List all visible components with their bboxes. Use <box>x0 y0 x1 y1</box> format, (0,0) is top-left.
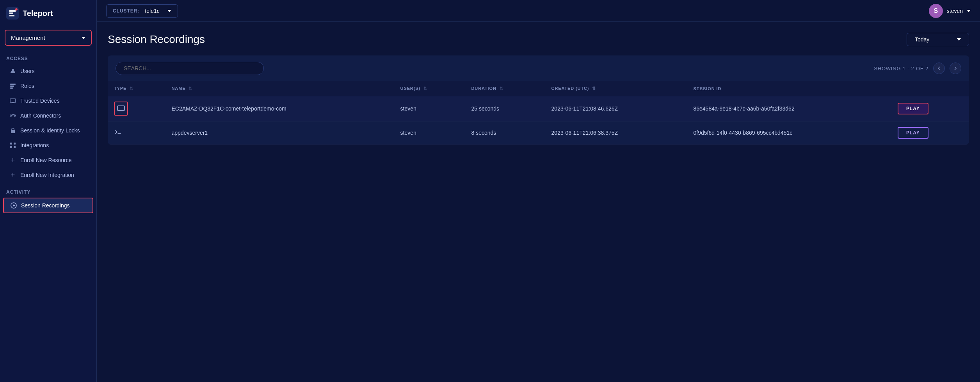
roles-icon <box>9 82 16 89</box>
svg-point-8 <box>10 115 12 116</box>
svg-marker-16 <box>13 204 15 207</box>
pagination-text: SHOWING 1 - 2 OF 2 <box>874 66 928 71</box>
page-title: Session Recordings <box>108 33 205 46</box>
col-users[interactable]: USER(S) ⇅ <box>394 81 465 96</box>
col-users-sort-icon: ⇅ <box>423 86 427 91</box>
main-area: CLUSTER: tele1c S steven Session Recordi… <box>97 0 980 382</box>
sidebar-item-session-identity-locks-label: Session & Identity Locks <box>20 127 80 134</box>
svg-rect-10 <box>11 130 15 133</box>
date-filter[interactable]: Today <box>907 33 969 46</box>
sidebar-item-users[interactable]: Users <box>3 64 93 78</box>
app-logo: Teleport <box>0 0 96 27</box>
next-page-icon <box>953 66 958 71</box>
col-created[interactable]: CREATED (UTC) ⇅ <box>545 81 687 96</box>
sidebar-item-session-recordings-label: Session Recordings <box>21 202 70 209</box>
cluster-label: CLUSTER: <box>113 8 139 14</box>
enroll-integration-icon: + <box>9 171 16 179</box>
search-input[interactable] <box>116 62 264 75</box>
cluster-selector[interactable]: CLUSTER: tele1c <box>106 4 178 18</box>
row2-type-icon <box>114 129 159 137</box>
sidebar-item-session-identity-locks[interactable]: Session & Identity Locks <box>3 123 93 137</box>
svg-rect-4 <box>10 86 14 87</box>
row1-name: EC2AMAZ-DQ32F1C-comet-teleportdemo-com <box>165 96 394 121</box>
page-header: Session Recordings Today <box>108 33 969 46</box>
col-actions <box>891 81 969 96</box>
row1-type-icon <box>114 102 128 116</box>
col-duration[interactable]: DURATION ⇅ <box>465 81 545 96</box>
sidebar-item-integrations-label: Integrations <box>20 142 49 148</box>
table-row: EC2AMAZ-DQ32F1C-comet-teleportdemo-com s… <box>108 96 969 121</box>
row2-users: steven <box>394 121 465 145</box>
row2-actions: PLAY <box>891 121 969 145</box>
sidebar-item-enroll-resource[interactable]: + Enroll New Resource <box>3 153 93 167</box>
row2-duration: 8 seconds <box>465 121 545 145</box>
sidebar-item-enroll-resource-label: Enroll New Resource <box>20 157 72 163</box>
pagination-info: SHOWING 1 - 2 OF 2 <box>874 62 961 74</box>
user-area[interactable]: S steven <box>929 4 971 18</box>
svg-rect-17 <box>117 106 125 111</box>
teleport-logo-icon <box>6 7 19 20</box>
col-duration-sort-icon: ⇅ <box>500 86 503 91</box>
avatar: S <box>929 4 943 18</box>
col-name[interactable]: NAME ⇅ <box>165 81 394 96</box>
row1-duration: 25 seconds <box>465 96 545 121</box>
desktop-icon <box>117 105 125 112</box>
row2-type-cell <box>108 121 165 145</box>
row1-created: 2023-06-11T21:08:46.626Z <box>545 96 687 121</box>
row1-type-cell <box>108 96 165 121</box>
svg-rect-11 <box>10 143 12 145</box>
svg-point-1 <box>15 8 18 11</box>
activity-section-label: Activity <box>0 182 96 197</box>
terminal-icon <box>114 129 122 135</box>
svg-rect-3 <box>10 84 16 85</box>
sidebar: Teleport Management Access Users Roles T… <box>0 0 97 382</box>
sidebar-item-trusted-devices[interactable]: Trusted Devices <box>3 94 93 108</box>
row2-session-id: 0f9d5f6d-14f0-4430-b869-695cc4bd451c <box>687 121 891 145</box>
management-label: Management <box>11 34 45 41</box>
row1-play-button[interactable]: PLAY <box>898 103 928 114</box>
sidebar-item-auth-connectors[interactable]: Auth Connectors <box>3 109 93 123</box>
sidebar-item-enroll-integration[interactable]: + Enroll New Integration <box>3 168 93 182</box>
recordings-table: TYPE ⇅ NAME ⇅ USER(S) ⇅ DURATION <box>108 81 969 145</box>
topbar: CLUSTER: tele1c S steven <box>97 0 980 22</box>
sidebar-item-auth-connectors-label: Auth Connectors <box>20 112 61 119</box>
svg-point-9 <box>14 115 16 116</box>
session-recordings-icon <box>10 202 17 209</box>
management-dropdown[interactable]: Management <box>5 30 92 46</box>
user-chevron-icon <box>967 10 971 12</box>
sidebar-item-session-recordings[interactable]: Session Recordings <box>3 198 93 213</box>
col-created-sort-icon: ⇅ <box>592 86 596 91</box>
col-type[interactable]: TYPE ⇅ <box>108 81 165 96</box>
access-section-label: Access <box>0 49 96 64</box>
svg-rect-13 <box>10 146 12 148</box>
auth-connectors-icon <box>9 112 16 119</box>
col-session-id: SESSION ID <box>687 81 891 96</box>
sidebar-item-integrations[interactable]: Integrations <box>3 138 93 152</box>
prev-page-icon <box>937 66 941 71</box>
users-icon <box>9 68 16 75</box>
row2-created: 2023-06-11T21:06:38.375Z <box>545 121 687 145</box>
prev-page-button[interactable] <box>933 62 945 74</box>
svg-rect-6 <box>10 99 16 102</box>
management-chevron-icon <box>82 37 85 39</box>
next-page-button[interactable] <box>950 62 961 74</box>
svg-rect-14 <box>14 146 16 148</box>
sidebar-item-roles-label: Roles <box>20 83 34 89</box>
col-name-sort-icon: ⇅ <box>189 86 192 91</box>
table-body: EC2AMAZ-DQ32F1C-comet-teleportdemo-com s… <box>108 96 969 145</box>
row1-actions: PLAY <box>891 96 969 121</box>
enroll-resource-icon: + <box>9 157 16 164</box>
recordings-table-container: SHOWING 1 - 2 OF 2 TYPE ⇅ <box>108 55 969 145</box>
sidebar-item-users-label: Users <box>20 68 35 74</box>
table-header: TYPE ⇅ NAME ⇅ USER(S) ⇅ DURATION <box>108 81 969 96</box>
sidebar-item-roles[interactable]: Roles <box>3 79 93 93</box>
sidebar-item-enroll-integration-label: Enroll New Integration <box>20 172 74 178</box>
app-name: Teleport <box>23 9 53 18</box>
cluster-chevron-icon <box>167 10 171 12</box>
svg-rect-7 <box>12 102 14 103</box>
date-filter-chevron-icon <box>957 38 961 41</box>
cluster-value: tele1c <box>145 8 159 14</box>
user-name: steven <box>947 8 963 14</box>
page-content: Session Recordings Today SHOWING 1 - 2 O… <box>97 22 980 382</box>
row2-play-button[interactable]: PLAY <box>898 127 928 139</box>
